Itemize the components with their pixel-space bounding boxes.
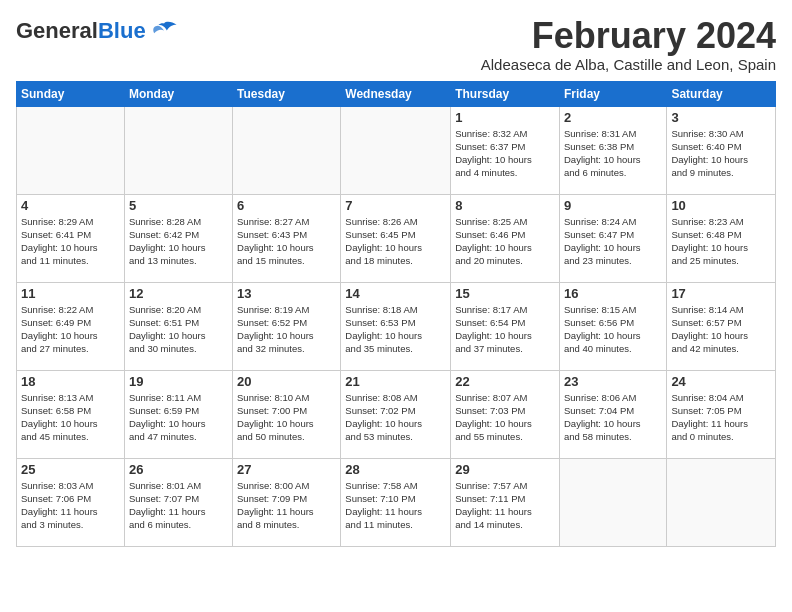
logo-bird-icon [150, 20, 178, 38]
day-number: 12 [129, 286, 228, 301]
day-number: 8 [455, 198, 555, 213]
day-number: 22 [455, 374, 555, 389]
day-info: Sunrise: 8:25 AM Sunset: 6:46 PM Dayligh… [455, 215, 555, 268]
day-number: 13 [237, 286, 336, 301]
day-info: Sunrise: 7:57 AM Sunset: 7:11 PM Dayligh… [455, 479, 555, 532]
calendar-cell: 20Sunrise: 8:10 AM Sunset: 7:00 PM Dayli… [233, 370, 341, 458]
calendar-cell: 22Sunrise: 8:07 AM Sunset: 7:03 PM Dayli… [451, 370, 560, 458]
day-info: Sunrise: 8:32 AM Sunset: 6:37 PM Dayligh… [455, 127, 555, 180]
day-info: Sunrise: 8:01 AM Sunset: 7:07 PM Dayligh… [129, 479, 228, 532]
weekday-header-tuesday: Tuesday [233, 81, 341, 106]
calendar-week-1: 4Sunrise: 8:29 AM Sunset: 6:41 PM Daylig… [17, 194, 776, 282]
calendar-cell: 12Sunrise: 8:20 AM Sunset: 6:51 PM Dayli… [124, 282, 232, 370]
day-info: Sunrise: 8:18 AM Sunset: 6:53 PM Dayligh… [345, 303, 446, 356]
day-number: 16 [564, 286, 662, 301]
day-number: 24 [671, 374, 771, 389]
calendar-cell: 10Sunrise: 8:23 AM Sunset: 6:48 PM Dayli… [667, 194, 776, 282]
day-number: 2 [564, 110, 662, 125]
calendar-cell: 14Sunrise: 8:18 AM Sunset: 6:53 PM Dayli… [341, 282, 451, 370]
day-info: Sunrise: 8:30 AM Sunset: 6:40 PM Dayligh… [671, 127, 771, 180]
day-number: 21 [345, 374, 446, 389]
calendar-cell [17, 106, 125, 194]
day-info: Sunrise: 8:14 AM Sunset: 6:57 PM Dayligh… [671, 303, 771, 356]
calendar-week-4: 25Sunrise: 8:03 AM Sunset: 7:06 PM Dayli… [17, 458, 776, 546]
weekday-header-friday: Friday [559, 81, 666, 106]
day-number: 11 [21, 286, 120, 301]
calendar-cell: 19Sunrise: 8:11 AM Sunset: 6:59 PM Dayli… [124, 370, 232, 458]
calendar-cell [233, 106, 341, 194]
day-info: Sunrise: 8:20 AM Sunset: 6:51 PM Dayligh… [129, 303, 228, 356]
calendar-cell: 18Sunrise: 8:13 AM Sunset: 6:58 PM Dayli… [17, 370, 125, 458]
day-number: 7 [345, 198, 446, 213]
calendar-week-2: 11Sunrise: 8:22 AM Sunset: 6:49 PM Dayli… [17, 282, 776, 370]
calendar-cell [559, 458, 666, 546]
day-number: 27 [237, 462, 336, 477]
day-info: Sunrise: 8:31 AM Sunset: 6:38 PM Dayligh… [564, 127, 662, 180]
weekday-header-row: SundayMondayTuesdayWednesdayThursdayFrid… [17, 81, 776, 106]
weekday-header-sunday: Sunday [17, 81, 125, 106]
calendar-week-3: 18Sunrise: 8:13 AM Sunset: 6:58 PM Dayli… [17, 370, 776, 458]
month-title: February 2024 [481, 16, 776, 56]
weekday-header-monday: Monday [124, 81, 232, 106]
logo: GeneralBlue [16, 20, 178, 42]
calendar-cell: 21Sunrise: 8:08 AM Sunset: 7:02 PM Dayli… [341, 370, 451, 458]
day-number: 18 [21, 374, 120, 389]
weekday-header-saturday: Saturday [667, 81, 776, 106]
day-info: Sunrise: 8:29 AM Sunset: 6:41 PM Dayligh… [21, 215, 120, 268]
day-info: Sunrise: 8:11 AM Sunset: 6:59 PM Dayligh… [129, 391, 228, 444]
day-number: 5 [129, 198, 228, 213]
day-info: Sunrise: 8:27 AM Sunset: 6:43 PM Dayligh… [237, 215, 336, 268]
calendar-cell: 29Sunrise: 7:57 AM Sunset: 7:11 PM Dayli… [451, 458, 560, 546]
location-title: Aldeaseca de Alba, Castille and Leon, Sp… [481, 56, 776, 73]
day-number: 1 [455, 110, 555, 125]
calendar-cell: 15Sunrise: 8:17 AM Sunset: 6:54 PM Dayli… [451, 282, 560, 370]
day-info: Sunrise: 8:13 AM Sunset: 6:58 PM Dayligh… [21, 391, 120, 444]
day-info: Sunrise: 8:19 AM Sunset: 6:52 PM Dayligh… [237, 303, 336, 356]
day-number: 19 [129, 374, 228, 389]
day-number: 10 [671, 198, 771, 213]
title-area: February 2024 Aldeaseca de Alba, Castill… [481, 16, 776, 73]
calendar-cell: 2Sunrise: 8:31 AM Sunset: 6:38 PM Daylig… [559, 106, 666, 194]
day-info: Sunrise: 8:23 AM Sunset: 6:48 PM Dayligh… [671, 215, 771, 268]
day-info: Sunrise: 8:00 AM Sunset: 7:09 PM Dayligh… [237, 479, 336, 532]
calendar-cell: 13Sunrise: 8:19 AM Sunset: 6:52 PM Dayli… [233, 282, 341, 370]
day-info: Sunrise: 8:03 AM Sunset: 7:06 PM Dayligh… [21, 479, 120, 532]
day-number: 6 [237, 198, 336, 213]
calendar-cell: 1Sunrise: 8:32 AM Sunset: 6:37 PM Daylig… [451, 106, 560, 194]
day-number: 25 [21, 462, 120, 477]
calendar-cell: 8Sunrise: 8:25 AM Sunset: 6:46 PM Daylig… [451, 194, 560, 282]
calendar-cell: 11Sunrise: 8:22 AM Sunset: 6:49 PM Dayli… [17, 282, 125, 370]
day-info: Sunrise: 8:22 AM Sunset: 6:49 PM Dayligh… [21, 303, 120, 356]
day-number: 28 [345, 462, 446, 477]
page-header: GeneralBlue February 2024 Aldeaseca de A… [16, 16, 776, 73]
calendar-cell: 16Sunrise: 8:15 AM Sunset: 6:56 PM Dayli… [559, 282, 666, 370]
day-number: 17 [671, 286, 771, 301]
calendar-cell: 17Sunrise: 8:14 AM Sunset: 6:57 PM Dayli… [667, 282, 776, 370]
day-number: 15 [455, 286, 555, 301]
calendar-cell: 26Sunrise: 8:01 AM Sunset: 7:07 PM Dayli… [124, 458, 232, 546]
calendar-cell: 23Sunrise: 8:06 AM Sunset: 7:04 PM Dayli… [559, 370, 666, 458]
day-info: Sunrise: 8:04 AM Sunset: 7:05 PM Dayligh… [671, 391, 771, 444]
day-number: 4 [21, 198, 120, 213]
day-number: 26 [129, 462, 228, 477]
calendar-cell: 7Sunrise: 8:26 AM Sunset: 6:45 PM Daylig… [341, 194, 451, 282]
calendar-cell: 6Sunrise: 8:27 AM Sunset: 6:43 PM Daylig… [233, 194, 341, 282]
weekday-header-thursday: Thursday [451, 81, 560, 106]
day-number: 14 [345, 286, 446, 301]
calendar-cell [667, 458, 776, 546]
day-number: 9 [564, 198, 662, 213]
day-info: Sunrise: 8:08 AM Sunset: 7:02 PM Dayligh… [345, 391, 446, 444]
calendar-week-0: 1Sunrise: 8:32 AM Sunset: 6:37 PM Daylig… [17, 106, 776, 194]
calendar-cell: 25Sunrise: 8:03 AM Sunset: 7:06 PM Dayli… [17, 458, 125, 546]
day-info: Sunrise: 8:15 AM Sunset: 6:56 PM Dayligh… [564, 303, 662, 356]
day-info: Sunrise: 8:06 AM Sunset: 7:04 PM Dayligh… [564, 391, 662, 444]
calendar-cell: 4Sunrise: 8:29 AM Sunset: 6:41 PM Daylig… [17, 194, 125, 282]
weekday-header-wednesday: Wednesday [341, 81, 451, 106]
day-info: Sunrise: 8:24 AM Sunset: 6:47 PM Dayligh… [564, 215, 662, 268]
calendar-cell [341, 106, 451, 194]
day-info: Sunrise: 7:58 AM Sunset: 7:10 PM Dayligh… [345, 479, 446, 532]
day-info: Sunrise: 8:17 AM Sunset: 6:54 PM Dayligh… [455, 303, 555, 356]
day-number: 23 [564, 374, 662, 389]
day-info: Sunrise: 8:07 AM Sunset: 7:03 PM Dayligh… [455, 391, 555, 444]
calendar-table: SundayMondayTuesdayWednesdayThursdayFrid… [16, 81, 776, 547]
